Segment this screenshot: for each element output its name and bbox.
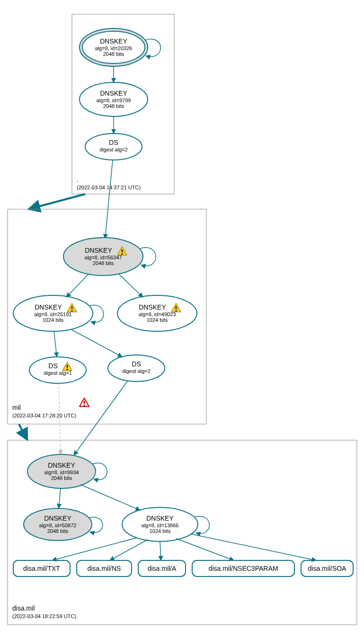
error-icon [80, 398, 89, 407]
svg-text:DNSKEY: DNSKEY [100, 37, 127, 45]
svg-text:DNSKEY: DNSKEY [85, 247, 112, 254]
edge-zsk-txt [52, 538, 137, 560]
zone-mil-time: (2022-03-04 17:28:20 UTC) [12, 413, 76, 418]
edge-mil-zsk1-ds1 [54, 331, 57, 357]
node-disa-zsk: DNSKEY alg=8, id=13866 1024 bits [122, 507, 198, 541]
svg-text:alg=8, id=9934: alg=8, id=9934 [44, 470, 79, 475]
svg-text:DNSKEY: DNSKEY [48, 461, 75, 469]
svg-text:1024 bits: 1024 bits [147, 317, 168, 323]
node-root-zsk: DNSKEY alg=8, id=9799 2048 bits [80, 82, 148, 116]
node-mil-ds1: DS digest alg=1 [29, 357, 86, 383]
node-disa-sk2: DNSKEY alg=8, id=50872 2048 bits [24, 508, 92, 541]
edge-root-to-mil-zone [28, 194, 85, 209]
record-soa: disa.mil/SOA [301, 560, 353, 576]
svg-text:disa.mil/A: disa.mil/A [148, 565, 177, 572]
svg-text:DNSKEY: DNSKEY [139, 303, 166, 311]
record-a: disa.mil/A [138, 560, 186, 576]
svg-text:DNSKEY: DNSKEY [146, 514, 174, 522]
svg-text:digest alg=2: digest alg=2 [122, 368, 151, 374]
node-mil-ksk: DNSKEY alg=8, id=56347 2048 bits [63, 238, 143, 275]
svg-text:disa.mil/TXT: disa.mil/TXT [23, 565, 60, 572]
svg-text:DS: DS [48, 362, 57, 370]
svg-text:1024 bits: 1024 bits [150, 528, 171, 534]
edge-mil-zsk1-ds2 [71, 329, 122, 357]
svg-text:alg=8, id=13866: alg=8, id=13866 [142, 523, 179, 528]
zone-disa-time: (2022-03-04 18:22:59 UTC) [12, 613, 76, 619]
svg-text:DNSKEY: DNSKEY [44, 514, 71, 522]
svg-text:1024 bits: 1024 bits [43, 317, 64, 323]
svg-text:disa.mil/SOA: disa.mil/SOA [308, 565, 347, 572]
svg-text:DS: DS [109, 139, 118, 146]
edge-mil-ksk-zsk1 [66, 274, 89, 297]
svg-text:2048 bits: 2048 bits [93, 260, 114, 266]
svg-text:2048 bits: 2048 bits [103, 103, 124, 109]
record-ns: disa.mil/NS [77, 560, 132, 576]
svg-text:disa.mil/NS: disa.mil/NS [88, 565, 121, 572]
edge-zsk-soa [190, 534, 316, 560]
node-disa-ksk: DNSKEY alg=8, id=9934 2048 bits [27, 454, 96, 488]
svg-text:DNSKEY: DNSKEY [35, 303, 62, 311]
zone-mil-label: mil [12, 404, 21, 411]
svg-text:alg=8, id=9799: alg=8, id=9799 [97, 97, 131, 103]
node-mil-zsk1: DNSKEY alg=8, id=25191 1024 bits [13, 295, 93, 331]
svg-text:2048 bits: 2048 bits [103, 51, 124, 57]
node-root-ds: DS digest alg=2 [85, 133, 142, 160]
node-mil-zsk2: DNSKEY alg=8, id=49023 1024 bits [117, 295, 197, 331]
svg-text:2048 bits: 2048 bits [47, 528, 69, 534]
edge-zsk-a [160, 541, 161, 560]
edge-disa-ksk-sk2 [59, 488, 61, 508]
edge-root-ds-mil-ksk [105, 160, 113, 239]
zone-disa-label: disa.mil [12, 604, 35, 612]
edge-mil-ds1-disa-ksk [59, 383, 61, 454]
node-mil-ds2: DS digest alg=2 [108, 355, 165, 381]
svg-text:DS: DS [132, 360, 141, 368]
svg-text:alg=8, id=50872: alg=8, id=50872 [39, 523, 77, 528]
svg-text:digest alg=1: digest alg=1 [44, 370, 72, 376]
svg-text:2048 bits: 2048 bits [51, 475, 72, 481]
record-txt: disa.mil/TXT [13, 560, 70, 576]
zone-root-label: . [77, 176, 79, 183]
edge-disa-ksk-zsk [80, 485, 140, 510]
record-n3p: disa.mil/NSEC3PARAM [192, 560, 294, 576]
edge-mil-ksk-zsk2 [118, 274, 143, 297]
svg-text:digest alg=2: digest alg=2 [99, 147, 128, 152]
svg-text:alg=8, id=25191: alg=8, id=25191 [35, 311, 72, 317]
svg-text:alg=8, id=49023: alg=8, id=49023 [139, 311, 176, 317]
svg-text:alg=8, id=20326: alg=8, id=20326 [95, 45, 133, 51]
edge-zsk-ns [110, 540, 148, 560]
svg-text:alg=8, id=56347: alg=8, id=56347 [85, 255, 122, 260]
zone-root-time: (2022-03-04 14:37:21 UTC) [77, 185, 141, 190]
svg-text:disa.mil/NSEC3PARAM: disa.mil/NSEC3PARAM [209, 565, 278, 572]
node-root-ksk: DNSKEY alg=8, id=20326 2048 bits [80, 28, 148, 66]
edge-mil-ds2-disa-ksk [74, 381, 128, 455]
edge-mil-to-disa-zone [19, 424, 27, 440]
svg-text:DNSKEY: DNSKEY [100, 89, 127, 97]
edge-zsk-n3p [176, 539, 234, 560]
